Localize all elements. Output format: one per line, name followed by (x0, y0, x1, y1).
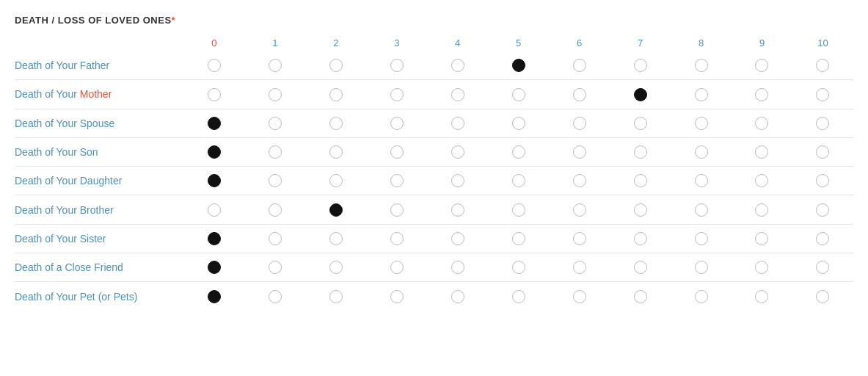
radio-cell-r0-c0[interactable] (183, 51, 244, 80)
radio-cell-r0-c9[interactable] (732, 51, 792, 80)
radio-option[interactable] (390, 261, 404, 274)
radio-option[interactable] (755, 290, 768, 303)
radio-cell-r8-c8[interactable] (671, 282, 732, 311)
radio-option[interactable] (390, 117, 404, 130)
radio-cell-r5-c2[interactable] (305, 195, 366, 224)
radio-cell-r3-c9[interactable] (732, 137, 792, 166)
radio-option[interactable] (816, 232, 829, 245)
radio-option[interactable] (208, 88, 221, 101)
radio-option[interactable] (269, 88, 282, 101)
radio-cell-r6-c7[interactable] (610, 224, 671, 253)
radio-option[interactable] (451, 145, 464, 159)
radio-option[interactable] (269, 261, 282, 274)
radio-cell-r5-c10[interactable] (792, 195, 853, 224)
radio-option[interactable] (695, 203, 708, 217)
radio-cell-r6-c9[interactable] (732, 224, 792, 253)
radio-option[interactable] (755, 203, 768, 217)
radio-cell-r2-c9[interactable] (732, 109, 792, 137)
radio-cell-r1-c4[interactable] (427, 80, 488, 109)
radio-option[interactable] (208, 261, 221, 274)
radio-option[interactable] (269, 59, 282, 72)
radio-option[interactable] (269, 174, 282, 187)
radio-option[interactable] (208, 232, 221, 245)
radio-option[interactable] (695, 59, 708, 72)
radio-cell-r3-c6[interactable] (549, 137, 610, 166)
radio-cell-r1-c2[interactable] (305, 80, 366, 109)
radio-option[interactable] (695, 232, 708, 245)
radio-option[interactable] (573, 88, 586, 101)
radio-cell-r3-c8[interactable] (671, 137, 732, 166)
radio-cell-r3-c0[interactable] (183, 137, 244, 166)
radio-option[interactable] (695, 145, 708, 159)
radio-option[interactable] (634, 88, 647, 101)
radio-cell-r7-c3[interactable] (366, 253, 427, 282)
radio-cell-r0-c6[interactable] (549, 51, 610, 80)
radio-cell-r3-c3[interactable] (366, 137, 427, 166)
radio-option[interactable] (329, 174, 343, 187)
radio-option[interactable] (695, 117, 708, 130)
radio-cell-r3-c1[interactable] (244, 137, 305, 166)
radio-cell-r5-c5[interactable] (488, 195, 549, 224)
radio-option[interactable] (816, 145, 829, 159)
radio-option[interactable] (329, 261, 343, 274)
radio-cell-r1-c3[interactable] (366, 80, 427, 109)
radio-cell-r4-c7[interactable] (610, 167, 671, 195)
radio-option[interactable] (329, 145, 343, 159)
radio-cell-r1-c10[interactable] (792, 80, 853, 109)
radio-cell-r3-c2[interactable] (305, 137, 366, 166)
radio-cell-r1-c1[interactable] (244, 80, 305, 109)
radio-option[interactable] (634, 290, 647, 303)
radio-option[interactable] (451, 88, 464, 101)
radio-option[interactable] (755, 232, 768, 245)
radio-option[interactable] (208, 174, 221, 187)
radio-cell-r1-c0[interactable] (183, 80, 244, 109)
radio-option[interactable] (390, 290, 404, 303)
radio-cell-r7-c9[interactable] (732, 253, 792, 282)
radio-cell-r8-c10[interactable] (792, 282, 853, 311)
radio-cell-r8-c6[interactable] (549, 282, 610, 311)
radio-option[interactable] (634, 261, 647, 274)
radio-cell-r8-c4[interactable] (427, 282, 488, 311)
radio-option[interactable] (208, 290, 221, 303)
radio-option[interactable] (573, 59, 586, 72)
radio-option[interactable] (512, 232, 525, 245)
radio-option[interactable] (451, 174, 464, 187)
radio-option[interactable] (451, 290, 464, 303)
radio-cell-r7-c8[interactable] (671, 253, 732, 282)
radio-cell-r7-c1[interactable] (244, 253, 305, 282)
radio-cell-r8-c2[interactable] (305, 282, 366, 311)
radio-option[interactable] (208, 59, 221, 72)
radio-cell-r1-c5[interactable] (488, 80, 549, 109)
radio-cell-r0-c2[interactable] (305, 51, 366, 80)
radio-option[interactable] (573, 203, 586, 217)
radio-option[interactable] (329, 232, 343, 245)
radio-cell-r4-c1[interactable] (244, 167, 305, 195)
radio-option[interactable] (390, 174, 404, 187)
radio-cell-r5-c1[interactable] (244, 195, 305, 224)
radio-cell-r8-c5[interactable] (488, 282, 549, 311)
radio-cell-r2-c10[interactable] (792, 109, 853, 137)
radio-option[interactable] (816, 174, 829, 187)
radio-option[interactable] (451, 117, 464, 130)
radio-cell-r8-c1[interactable] (244, 282, 305, 311)
radio-cell-r7-c0[interactable] (183, 253, 244, 282)
radio-cell-r3-c7[interactable] (610, 137, 671, 166)
radio-option[interactable] (269, 232, 282, 245)
radio-option[interactable] (329, 290, 343, 303)
radio-cell-r5-c4[interactable] (427, 195, 488, 224)
radio-option[interactable] (269, 117, 282, 130)
radio-option[interactable] (512, 145, 525, 159)
radio-option[interactable] (269, 145, 282, 159)
radio-cell-r5-c0[interactable] (183, 195, 244, 224)
radio-cell-r2-c8[interactable] (671, 109, 732, 137)
radio-option[interactable] (512, 59, 525, 72)
radio-cell-r0-c3[interactable] (366, 51, 427, 80)
radio-cell-r6-c6[interactable] (549, 224, 610, 253)
radio-cell-r2-c2[interactable] (305, 109, 366, 137)
radio-option[interactable] (695, 88, 708, 101)
radio-cell-r0-c10[interactable] (792, 51, 853, 80)
radio-cell-r1-c8[interactable] (671, 80, 732, 109)
radio-option[interactable] (755, 117, 768, 130)
radio-cell-r5-c8[interactable] (671, 195, 732, 224)
radio-option[interactable] (512, 290, 525, 303)
